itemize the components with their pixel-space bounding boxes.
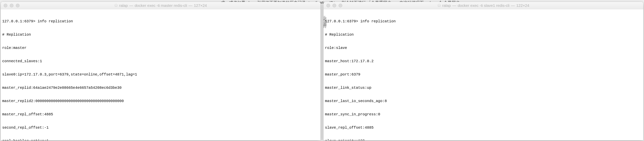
output-line: master_last_io_seconds_ago:8: [325, 99, 642, 103]
prompt: 127.0.0.1:6379>: [325, 19, 358, 24]
output-line: repl_backlog_active:1: [2, 139, 319, 140]
title-bar[interactable]: ralap — docker exec -ti slave1 redis-cli…: [324, 2, 643, 9]
close-icon[interactable]: [326, 4, 330, 7]
traffic-lights: [326, 4, 342, 7]
home-icon: [438, 3, 441, 8]
output-line: second_repl_offset:-1: [2, 125, 319, 130]
output-line: connected_slaves:1: [2, 59, 319, 63]
terminal-body[interactable]: 127.0.0.1:6379> info replication # Repli…: [324, 9, 643, 140]
command-input: info replication: [38, 19, 73, 24]
prompt-line: 127.0.0.1:6379> info replication: [2, 19, 319, 24]
title-bar[interactable]: ralap — docker exec -ti master redis-cli…: [1, 2, 320, 9]
terminal-body[interactable]: 127.0.0.1:6379> info replication # Repli…: [1, 9, 320, 140]
terminal-window-slave: 头」可白刁头会寿铃 ralap — docker exec -ti slave1…: [324, 2, 643, 140]
terminal-window-master: ralap — docker exec -ti master redis-cli…: [1, 2, 320, 140]
output-line: master_repl_offset:4885: [2, 112, 319, 117]
output-line: master_host:172.17.0.2: [325, 59, 642, 63]
home-icon: [114, 3, 118, 8]
zoom-icon[interactable]: [338, 4, 342, 7]
output-line: master_sync_in_progress:0: [325, 112, 642, 117]
output-line: # Replication: [325, 33, 642, 37]
output-line: role:slave: [325, 46, 642, 50]
output-line: slave_priority:100: [325, 139, 642, 140]
output-line: master_replid2:0000000000000000000000000…: [2, 99, 319, 103]
prompt-line: 127.0.0.1:6379> info replication: [325, 19, 642, 24]
output-line: role:master: [2, 46, 319, 50]
output-line: slave0:ip=172.17.0.3,port=6379,state=onl…: [2, 72, 319, 77]
output-line: # Replication: [2, 33, 319, 37]
output-line: slave_repl_offset:4885: [325, 125, 642, 130]
window-title: ralap — docker exec -ti master redis-cli…: [1, 3, 320, 8]
title-command: docker exec -ti slave1 redis-cli: [458, 3, 509, 8]
windows-container: ralap — docker exec -ti master redis-cli…: [0, 0, 644, 141]
title-command: docker exec -ti master redis-cli: [135, 3, 187, 8]
window-title: ralap — docker exec -ti slave1 redis-cli…: [324, 3, 643, 8]
title-user: ralap: [442, 3, 451, 8]
prompt: 127.0.0.1:6379>: [2, 19, 35, 24]
minimize-icon[interactable]: [10, 4, 14, 7]
title-dimensions: 122×24: [516, 3, 530, 8]
title-dimensions: 127×24: [194, 3, 207, 8]
output-line: master_replid:64a1ae2479e2e08665e4e6657a…: [2, 86, 319, 90]
command-input: info replication: [360, 19, 396, 24]
close-icon[interactable]: [4, 4, 7, 7]
minimize-icon[interactable]: [332, 4, 336, 7]
traffic-lights: [4, 4, 20, 7]
output-line: master_link_status:up: [325, 86, 642, 90]
zoom-icon[interactable]: [16, 4, 20, 7]
output-line: master_port:6379: [325, 72, 642, 77]
title-user: ralap: [119, 3, 128, 8]
